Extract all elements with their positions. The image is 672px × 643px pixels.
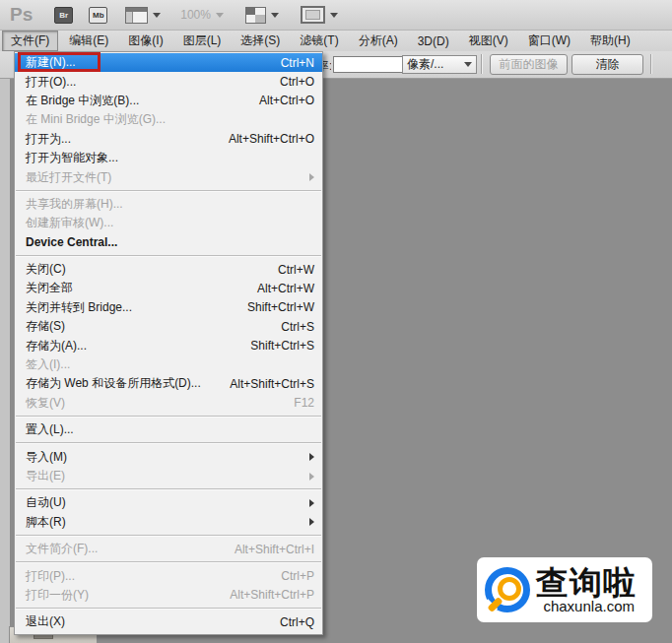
submenu-arrow-icon <box>309 473 314 481</box>
file-menu-item[interactable]: Device Central... <box>15 233 322 252</box>
app-bar: Ps Br Mb 100% <box>0 0 672 31</box>
options-separator <box>650 54 652 74</box>
menu-bar-item[interactable]: 窗口(W) <box>519 31 579 51</box>
menu-bar-item[interactable]: 滤镜(T) <box>291 31 347 51</box>
annotation-red-box <box>18 52 101 72</box>
view-extras-icon[interactable] <box>125 7 148 24</box>
menu-item-shortcut: Ctrl+S <box>281 320 314 334</box>
file-menu-item[interactable]: 退出(X)Ctrl+Q <box>15 612 322 631</box>
file-menu-item[interactable]: 文件简介(F)...Alt+Shift+Ctrl+I <box>15 540 322 558</box>
menu-bar-item[interactable]: 图层(L) <box>174 31 231 51</box>
file-menu-item[interactable]: 打开为...Alt+Shift+Ctrl+O <box>15 130 322 149</box>
file-menu-item[interactable]: 打开(O)...Ctrl+O <box>15 72 322 91</box>
resolution-input[interactable] <box>333 56 412 73</box>
menu-bar: 文件(F)编辑(E)图像(I)图层(L)选择(S)滤镜(T)分析(A)3D(D)… <box>0 31 672 51</box>
menu-bar-item[interactable]: 选择(S) <box>232 31 289 51</box>
resolution-unit-select[interactable]: 像素/... <box>402 55 477 74</box>
file-menu-item[interactable]: 最近打开文件(T) <box>15 167 322 186</box>
menu-bar-item[interactable]: 视图(V) <box>460 31 517 51</box>
menu-separator <box>16 535 321 537</box>
menu-item-shortcut: Alt+Ctrl+O <box>259 94 314 107</box>
zoom-level[interactable]: 100% <box>180 8 211 22</box>
file-menu-item[interactable]: 在 Bridge 中浏览(B)...Alt+Ctrl+O <box>15 92 322 110</box>
menu-item-shortcut: Alt+Shift+Ctrl+O <box>229 132 314 146</box>
menu-item-label: 退出(X) <box>26 613 270 630</box>
file-menu-item[interactable]: 签入(I)... <box>15 355 322 374</box>
bridge-launch-icon[interactable]: Br <box>54 7 73 24</box>
arrange-documents-dropdown-icon[interactable] <box>271 13 279 18</box>
menu-item-shortcut: Ctrl+Q <box>280 615 314 629</box>
screen-mode-icon[interactable] <box>301 6 325 24</box>
file-menu-item[interactable]: 关闭并转到 Bridge...Shift+Ctrl+W <box>15 298 322 317</box>
menu-bar-item[interactable]: 编辑(E) <box>60 31 117 51</box>
menu-item-label: 在 Bridge 中浏览(B)... <box>26 93 249 109</box>
menu-item-label: 导出(E) <box>26 468 302 484</box>
menu-bar-item[interactable]: 3D(D) <box>409 32 458 50</box>
menu-item-label: 创建新审核(W)... <box>26 215 314 231</box>
unit-dropdown-icon <box>464 62 472 67</box>
menu-item-label: 最近打开文件(T) <box>26 169 302 186</box>
menu-item-label: 打开为智能对象... <box>26 150 314 166</box>
menu-item-label: 存储为(A)... <box>26 338 240 354</box>
menu-item-label: 共享我的屏幕(H)... <box>26 196 314 213</box>
zoom-dropdown-icon[interactable] <box>216 13 224 18</box>
file-menu-item[interactable]: 在 Mini Bridge 中浏览(G)... <box>15 110 322 129</box>
menu-bar-item[interactable]: 文件(F) <box>2 31 58 51</box>
file-menu-item[interactable]: 导入(M) <box>15 447 322 466</box>
menu-item-shortcut: Alt+Shift+Ctrl+I <box>235 543 314 556</box>
menu-item-label: 打开(O)... <box>26 74 270 91</box>
menu-item-label: 恢复(V) <box>26 395 284 412</box>
menu-item-shortcut: Shift+Ctrl+S <box>250 339 314 353</box>
arrange-documents-icon[interactable] <box>245 7 266 24</box>
menu-bar-item[interactable]: 帮助(H) <box>581 31 639 51</box>
file-menu-item[interactable]: 存储为(A)...Shift+Ctrl+S <box>15 336 322 354</box>
options-separator <box>481 54 483 74</box>
file-menu-item[interactable]: 共享我的屏幕(H)... <box>15 195 322 214</box>
submenu-arrow-icon <box>309 453 314 461</box>
submenu-arrow-icon <box>309 499 314 507</box>
menu-item-shortcut: Ctrl+N <box>281 56 314 70</box>
watermark-domain: chaxunla.com <box>543 598 635 614</box>
file-menu-item[interactable]: 打印(P)...Ctrl+P <box>15 566 322 585</box>
menu-separator <box>16 255 321 257</box>
menu-item-label: 自动(U) <box>26 494 302 511</box>
file-menu-item[interactable]: 恢复(V)F12 <box>15 394 322 413</box>
file-menu-item[interactable]: 打开为智能对象... <box>15 149 322 167</box>
file-menu-item[interactable]: 自动(U) <box>15 493 322 512</box>
file-menu-item[interactable]: 关闭(C)Ctrl+W <box>15 260 322 279</box>
watermark-title: 查询啦 <box>536 566 637 600</box>
file-menu-item[interactable]: 存储(S)Ctrl+S <box>15 317 322 336</box>
file-menu-item[interactable]: 存储为 Web 和设备所用格式(D)...Alt+Shift+Ctrl+S <box>15 374 322 393</box>
menu-bar-item[interactable]: 分析(A) <box>350 31 407 51</box>
file-menu-item[interactable]: 置入(L)... <box>15 420 322 439</box>
menu-separator <box>16 561 321 563</box>
menu-separator <box>16 416 321 418</box>
menu-item-label: 打印一份(Y) <box>26 587 220 604</box>
file-menu-item[interactable]: 脚本(R) <box>15 513 322 532</box>
file-menu-item[interactable]: 关闭全部Alt+Ctrl+W <box>15 279 322 297</box>
menu-separator <box>16 190 321 192</box>
file-menu-item[interactable]: 创建新审核(W)... <box>15 214 322 232</box>
menu-item-label: 存储为 Web 和设备所用格式(D)... <box>26 375 220 392</box>
menu-separator <box>16 442 321 444</box>
menu-item-label: Device Central... <box>26 235 314 249</box>
file-menu-list: 新建(N)...Ctrl+N打开(O)...Ctrl+O在 Bridge 中浏览… <box>15 53 322 632</box>
view-extras-dropdown-icon[interactable] <box>153 13 161 18</box>
screen-mode-dropdown-icon[interactable] <box>330 13 338 18</box>
menu-bar-item[interactable]: 图像(I) <box>119 31 171 51</box>
menu-item-label: 关闭并转到 Bridge... <box>26 299 237 316</box>
file-menu-item[interactable]: 新建(N)...Ctrl+N <box>15 53 322 72</box>
menu-item-label: 文件简介(F)... <box>26 541 225 557</box>
front-image-button[interactable]: 前面的图像 <box>490 54 568 75</box>
menu-item-shortcut: Shift+Ctrl+W <box>247 300 314 314</box>
clear-button[interactable]: 清除 <box>571 54 643 75</box>
menu-item-label: 脚本(R) <box>26 514 302 531</box>
submenu-arrow-icon <box>309 518 314 526</box>
chaxunla-logo-icon <box>485 567 530 612</box>
mini-bridge-icon[interactable]: Mb <box>89 7 107 24</box>
menu-item-shortcut: Ctrl+W <box>278 263 314 277</box>
file-menu-item[interactable]: 打印一份(Y)Alt+Shift+Ctrl+P <box>15 586 322 605</box>
menu-item-shortcut: F12 <box>294 396 314 410</box>
file-menu-item[interactable]: 导出(E) <box>15 467 322 485</box>
watermark: 查询啦 chaxunla.com <box>477 557 652 622</box>
